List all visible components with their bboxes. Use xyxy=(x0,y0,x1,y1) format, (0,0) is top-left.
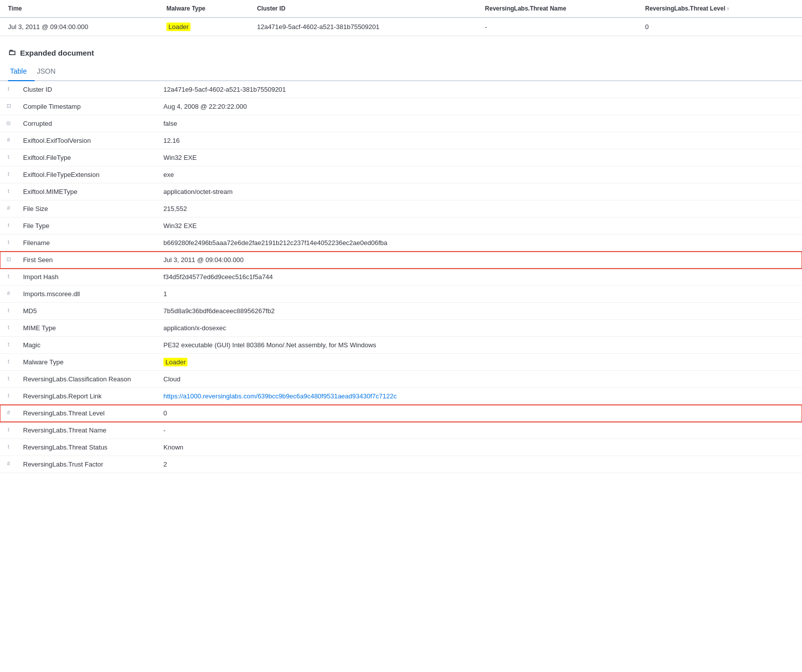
field-value: 12.16 xyxy=(157,132,802,149)
field-label: Cluster ID xyxy=(17,81,157,98)
field-badge: Loader xyxy=(163,358,187,366)
field-row: ◎Corruptedfalse xyxy=(0,115,802,132)
field-value: b669280fe2496b5aaa72e6de2fae2191b212c237… xyxy=(157,235,802,252)
field-value: PE32 executable (GUI) Intel 80386 Mono/.… xyxy=(157,337,802,354)
expanded-document-header: 🗀 Expanded document xyxy=(0,44,802,63)
document-tabs: Table JSON xyxy=(0,63,802,81)
field-row: tReversingLabs.Threat StatusKnown xyxy=(0,439,802,456)
field-label: MD5 xyxy=(17,303,157,320)
field-link[interactable]: https://a1000.reversinglabs.com/639bcc9b… xyxy=(163,392,396,400)
field-type-icon: t xyxy=(0,183,17,200)
field-value: 215,552 xyxy=(157,200,802,217)
tab-table[interactable]: Table xyxy=(8,63,35,81)
column-header-clusterId[interactable]: Cluster ID xyxy=(249,0,477,18)
field-value: exe xyxy=(157,166,802,183)
field-row: tMagicPE32 executable (GUI) Intel 80386 … xyxy=(0,337,802,354)
field-value: f34d5f2d4577ed6d9ceec516c1f5a744 xyxy=(157,269,802,286)
field-value: Jul 3, 2011 @ 09:04:00.000 xyxy=(157,252,802,269)
field-type-icon: # xyxy=(0,200,17,217)
field-row: ⊡First SeenJul 3, 2011 @ 09:04:00.000 xyxy=(0,252,802,269)
field-type-icon: ◎ xyxy=(0,115,17,132)
cell-threatName: - xyxy=(477,18,637,36)
field-type-icon: t xyxy=(0,81,17,98)
field-label: Exiftool.MIMEType xyxy=(17,183,157,200)
field-row: tReversingLabs.Classification ReasonClou… xyxy=(0,371,802,388)
cell-time: Jul 3, 2011 @ 09:04:00.000 xyxy=(0,18,158,36)
field-type-icon: # xyxy=(0,286,17,303)
field-label: First Seen xyxy=(17,252,157,269)
field-type-icon: t xyxy=(0,320,17,337)
field-row: tExiftool.MIMETypeapplication/octet-stre… xyxy=(0,183,802,200)
field-type-icon: t xyxy=(0,303,17,320)
tab-json[interactable]: JSON xyxy=(35,63,63,81)
field-row: tFile TypeWin32 EXE xyxy=(0,217,802,235)
field-row: #ReversingLabs.Threat Level0 xyxy=(0,405,802,422)
field-row: tCluster ID12a471e9-5acf-4602-a521-381b7… xyxy=(0,81,802,98)
field-row: tExiftool.FileTypeWin32 EXE xyxy=(0,149,802,166)
field-row: #Imports.mscoree.dll1 xyxy=(0,286,802,303)
field-row: tMalware TypeLoader xyxy=(0,354,802,371)
field-value: 12a471e9-5acf-4602-a521-381b75509201 xyxy=(157,81,802,98)
field-value: 7b5d8a9c36bdf6deaceec88956267fb2 xyxy=(157,303,802,320)
field-value: application/x-dosexec xyxy=(157,320,802,337)
field-row: tMD57b5d8a9c36bdf6deaceec88956267fb2 xyxy=(0,303,802,320)
field-row: #ReversingLabs.Trust Factor2 xyxy=(0,456,802,473)
column-header-time[interactable]: Time xyxy=(0,0,158,18)
field-type-icon: t xyxy=(0,166,17,183)
field-value: Known xyxy=(157,439,802,456)
expanded-document-title: Expanded document xyxy=(20,49,94,57)
field-value: Win32 EXE xyxy=(157,149,802,166)
field-label: Exiftool.FileTypeExtension xyxy=(17,166,157,183)
field-value: 1 xyxy=(157,286,802,303)
field-label: File Type xyxy=(17,217,157,235)
field-label: ReversingLabs.Threat Name xyxy=(17,422,157,439)
field-value: Aug 4, 2008 @ 22:20:22.000 xyxy=(157,98,802,115)
expanded-document-section: 🗀 Expanded document Table JSON tCluster … xyxy=(0,36,802,473)
field-label: Import Hash xyxy=(17,269,157,286)
field-type-icon: t xyxy=(0,217,17,235)
field-label: Compile Timestamp xyxy=(17,98,157,115)
field-row: tMIME Typeapplication/x-dosexec xyxy=(0,320,802,337)
field-row: ⊡Compile TimestampAug 4, 2008 @ 22:20:22… xyxy=(0,98,802,115)
column-header-malwareType[interactable]: Malware Type xyxy=(158,0,249,18)
field-label: Malware Type xyxy=(17,354,157,371)
column-header-threatLevel[interactable]: ReversingLabs.Threat Level xyxy=(637,0,802,18)
field-value: 0 xyxy=(157,405,802,422)
field-row: tReversingLabs.Threat Name- xyxy=(0,422,802,439)
field-value: false xyxy=(157,115,802,132)
folder-icon: 🗀 xyxy=(8,48,16,57)
field-type-icon: t xyxy=(0,337,17,354)
malware-type-badge: Loader xyxy=(166,23,190,31)
field-value: Win32 EXE xyxy=(157,217,802,235)
field-value: Loader xyxy=(157,354,802,371)
column-header-threatName[interactable]: ReversingLabs.Threat Name xyxy=(477,0,637,18)
field-row: tImport Hashf34d5f2d4577ed6d9ceec516c1f5… xyxy=(0,269,802,286)
field-row: tExiftool.FileTypeExtensionexe xyxy=(0,166,802,183)
field-type-icon: t xyxy=(0,354,17,371)
field-type-icon: t xyxy=(0,439,17,456)
field-label: ReversingLabs.Trust Factor xyxy=(17,456,157,473)
field-type-icon: t xyxy=(0,388,17,405)
field-row: tFilenameb669280fe2496b5aaa72e6de2fae219… xyxy=(0,235,802,252)
field-type-icon: ⊡ xyxy=(0,252,17,269)
field-row: #File Size215,552 xyxy=(0,200,802,217)
field-label: ReversingLabs.Classification Reason xyxy=(17,371,157,388)
field-label: Exiftool.FileType xyxy=(17,149,157,166)
field-label: ReversingLabs.Report Link xyxy=(17,388,157,405)
field-row: tReversingLabs.Report Linkhttps://a1000.… xyxy=(0,388,802,405)
field-type-icon: t xyxy=(0,371,17,388)
field-type-icon: t xyxy=(0,235,17,252)
field-label: ReversingLabs.Threat Level xyxy=(17,405,157,422)
field-type-icon: t xyxy=(0,149,17,166)
document-fields-table: tCluster ID12a471e9-5acf-4602-a521-381b7… xyxy=(0,81,802,473)
field-label: File Size xyxy=(17,200,157,217)
field-type-icon: # xyxy=(0,456,17,473)
field-value[interactable]: https://a1000.reversinglabs.com/639bcc9b… xyxy=(157,388,802,405)
field-type-icon: ⊡ xyxy=(0,98,17,115)
field-type-icon: t xyxy=(0,269,17,286)
field-value: Cloud xyxy=(157,371,802,388)
cell-malwareType: Loader xyxy=(158,18,249,36)
field-value: application/octet-stream xyxy=(157,183,802,200)
field-label: MIME Type xyxy=(17,320,157,337)
field-value: 2 xyxy=(157,456,802,473)
